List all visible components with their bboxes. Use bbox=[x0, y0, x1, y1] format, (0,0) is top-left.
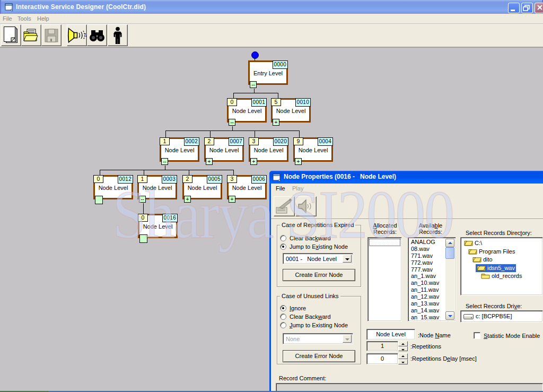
repetitions-spin-up[interactable] bbox=[398, 341, 408, 346]
person-button[interactable] bbox=[108, 24, 128, 46]
tree-node-0002[interactable]: 10002Node Level-- bbox=[160, 137, 199, 162]
delay-spin-down[interactable] bbox=[398, 359, 408, 365]
sound-button[interactable] bbox=[67, 24, 87, 46]
dialog-menu-file[interactable]: File bbox=[276, 185, 285, 191]
jump-node-combo[interactable]: 0001 - Node Level bbox=[283, 253, 353, 264]
record-button[interactable] bbox=[274, 196, 295, 216]
tree-connector bbox=[210, 131, 211, 137]
directory-item-name: Program Files bbox=[479, 248, 515, 255]
tree-node-0020[interactable]: 30020Node Level+ bbox=[249, 137, 288, 162]
node-expand-badge[interactable]: -- bbox=[250, 81, 257, 88]
delay-spin-up[interactable] bbox=[398, 353, 408, 359]
tree-node-0016[interactable]: 00016Node Level bbox=[138, 214, 178, 238]
available-record-item[interactable]: 771.wav bbox=[409, 252, 445, 259]
play-sound-button[interactable] bbox=[295, 196, 317, 216]
available-record-item[interactable]: 08.wav bbox=[409, 246, 445, 252]
jump-node-combo-arrow[interactable] bbox=[343, 255, 352, 263]
menu-tools[interactable]: Tools bbox=[17, 15, 31, 22]
node-digit-badge: 0 bbox=[93, 175, 103, 183]
records-drive-combo[interactable]: c: [BCPPB5E] bbox=[460, 310, 543, 323]
available-record-item[interactable]: an_13.wav bbox=[409, 300, 445, 307]
directory-item[interactable]: Program Files bbox=[462, 248, 541, 256]
dialog-toolbar-separator bbox=[271, 219, 543, 220]
restore-button[interactable] bbox=[521, 3, 533, 13]
scroll-down-button[interactable] bbox=[445, 311, 454, 320]
node-expand-badge[interactable]: + bbox=[206, 158, 213, 165]
scroll-thumb[interactable] bbox=[445, 247, 454, 259]
repetitions-spin-down[interactable] bbox=[398, 346, 408, 352]
records-directory-list[interactable]: C:\Program Filesditoidsn5_wavold_records bbox=[460, 237, 543, 295]
available-record-item[interactable]: an_15.wav bbox=[409, 314, 445, 320]
menu-help[interactable]: Help bbox=[37, 15, 49, 22]
tree-node-0012[interactable]: 00012Node Level bbox=[93, 175, 133, 199]
node-digit-badge: 1 bbox=[160, 137, 170, 145]
new-document-icon bbox=[3, 27, 20, 45]
node-expand-badge[interactable]: -- bbox=[229, 119, 235, 126]
create-error-node-button-1[interactable]: Create Error Node bbox=[283, 269, 355, 281]
clear-backward-radio-2[interactable] bbox=[280, 313, 286, 320]
node-expand-badge[interactable]: -- bbox=[161, 158, 168, 165]
available-record-item[interactable]: an_12.wav bbox=[409, 293, 445, 300]
node-name-field[interactable]: Node Level bbox=[366, 329, 415, 340]
node-expand-badge[interactable]: + bbox=[295, 158, 302, 165]
close-button[interactable] bbox=[535, 3, 543, 13]
minimize-button[interactable] bbox=[508, 3, 520, 13]
unused-links-combo-value: None bbox=[286, 336, 300, 342]
delay-spinner[interactable] bbox=[398, 353, 408, 364]
available-record-item[interactable]: ANALOG bbox=[409, 239, 445, 246]
open-file-button[interactable] bbox=[21, 24, 41, 46]
node-id-badge: 0007 bbox=[229, 137, 244, 146]
available-scrollbar[interactable] bbox=[445, 239, 454, 320]
available-record-item[interactable]: an_10.wav bbox=[409, 280, 445, 286]
ignore-radio[interactable] bbox=[280, 305, 286, 311]
tree-node-0001[interactable]: 00001Node Level-- bbox=[227, 98, 267, 123]
tree-node-0010[interactable]: 50010Node Level+ bbox=[271, 98, 311, 123]
directory-item[interactable]: C:\ bbox=[462, 239, 541, 248]
jump-node-combo-value: 0001 - Node Level bbox=[286, 256, 337, 262]
available-record-item[interactable]: 777.wav bbox=[409, 266, 445, 273]
node-label: Node Level bbox=[227, 108, 267, 114]
repetitions-spinner[interactable] bbox=[398, 341, 408, 351]
new-document-button[interactable] bbox=[1, 24, 21, 46]
tree-node-0007[interactable]: 20007Node Level+ bbox=[204, 137, 244, 162]
available-record-item[interactable]: 772.wav bbox=[409, 259, 445, 266]
tree-node-0005[interactable]: 20005Node Level+ bbox=[182, 175, 222, 199]
node-expand-badge[interactable]: + bbox=[273, 119, 279, 126]
repetitions-field[interactable]: 1 bbox=[366, 341, 398, 351]
allocated-records-list[interactable] bbox=[367, 237, 402, 321]
node-link-square[interactable] bbox=[139, 234, 147, 243]
create-error-node-button-2[interactable]: Create Error Node bbox=[283, 350, 355, 362]
node-expand-badge[interactable]: + bbox=[184, 196, 191, 203]
node-digit-badge: 5 bbox=[271, 98, 281, 106]
dialog-menu-play[interactable]: Play bbox=[292, 185, 303, 191]
repetitions-expired-group-label: Case of Repetitions Expired bbox=[280, 222, 355, 228]
available-record-item[interactable]: an_11.wav bbox=[409, 286, 445, 293]
dialog-title: Node Properties (0016 - Node Level) bbox=[284, 173, 396, 180]
jump-existing-radio-2[interactable] bbox=[280, 322, 286, 328]
find-button[interactable] bbox=[87, 24, 107, 46]
available-record-item[interactable]: an_1.wav bbox=[409, 273, 445, 280]
tree-node-0003[interactable]: 10003Node Level-- bbox=[137, 175, 177, 199]
directory-item[interactable]: old_records bbox=[462, 272, 541, 281]
available-records-list[interactable]: ANALOG08.wav771.wav772.wav777.wavan_1.wa… bbox=[408, 237, 456, 321]
node-expand-badge[interactable]: + bbox=[250, 158, 257, 165]
tree-node-0000[interactable]: 0000Entry Level-- bbox=[248, 60, 288, 85]
tree-node-0004[interactable]: 90004Node Level+ bbox=[293, 137, 333, 162]
jump-existing-radio[interactable] bbox=[280, 243, 286, 250]
directory-item[interactable]: dito bbox=[462, 256, 541, 264]
directory-item[interactable]: idsn5_wav bbox=[462, 264, 541, 273]
menu-file[interactable]: File bbox=[3, 15, 12, 22]
scroll-up-button[interactable] bbox=[445, 239, 454, 247]
statistic-mode-checkbox[interactable] bbox=[474, 332, 480, 339]
node-link-square[interactable] bbox=[95, 196, 103, 204]
available-record-item[interactable]: an_14.wav bbox=[409, 307, 445, 314]
clear-backward-radio[interactable] bbox=[280, 235, 286, 241]
node-id-badge: 0005 bbox=[207, 175, 222, 184]
node-expand-badge[interactable]: -- bbox=[139, 196, 146, 203]
save-button[interactable] bbox=[41, 24, 62, 46]
node-label: Node Level bbox=[227, 185, 267, 191]
node-expand-badge[interactable]: + bbox=[229, 196, 235, 203]
node-label: Node Level bbox=[271, 108, 311, 114]
tree-node-0006[interactable]: 30006Node Level+ bbox=[227, 175, 267, 199]
delay-field[interactable]: 0 bbox=[366, 353, 398, 364]
